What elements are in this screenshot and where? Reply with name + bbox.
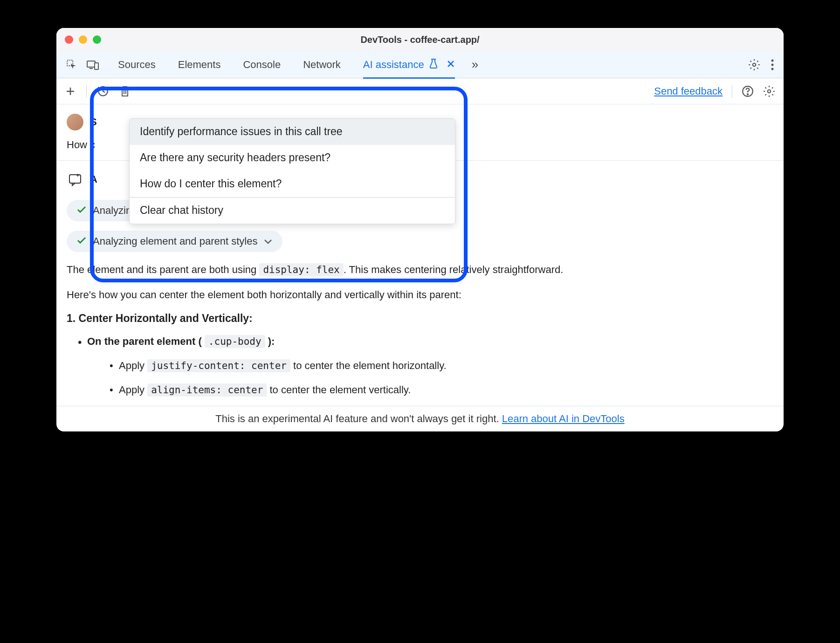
response-heading: 1. Center Horizontally and Vertically: xyxy=(67,312,773,325)
svg-point-13 xyxy=(747,94,748,95)
check-icon xyxy=(77,205,86,217)
response-paragraph: Here's how you can center the element bo… xyxy=(67,287,773,303)
tab-ai-assistance[interactable]: AI assistance xyxy=(363,51,455,78)
history-icon[interactable] xyxy=(97,85,109,97)
response-paragraph: The element and its parent are both usin… xyxy=(67,261,773,278)
settings-gear-icon[interactable] xyxy=(748,59,760,71)
dropdown-item[interactable]: Are there any security headers present? xyxy=(130,145,455,171)
ai-title-label: A xyxy=(90,173,97,185)
inspect-icon[interactable] xyxy=(66,59,78,71)
tab-sources[interactable]: Sources xyxy=(118,51,156,78)
history-dropdown: Identify performance issues in this call… xyxy=(129,118,455,224)
ai-sub-toolbar: Send feedback xyxy=(56,78,784,104)
footer-disclaimer: This is an experimental AI feature and w… xyxy=(56,406,784,431)
help-icon[interactable] xyxy=(742,85,754,97)
list-item: On the parent element ( .cup-body ): App… xyxy=(78,333,773,399)
main-toolbar: Sources Elements Console Network AI assi… xyxy=(56,51,784,78)
traffic-lights xyxy=(56,35,101,44)
list-item: Apply align-items: center to center the … xyxy=(110,382,773,398)
tab-list: Sources Elements Console Network AI assi… xyxy=(118,51,748,78)
svg-rect-15 xyxy=(69,175,81,183)
tab-console[interactable]: Console xyxy=(243,51,281,78)
code-snippet: .cup-body xyxy=(205,335,265,348)
close-window-button[interactable] xyxy=(65,35,73,44)
dropdown-item[interactable]: How do I center this element? xyxy=(130,171,455,197)
response-list: On the parent element ( .cup-body ): App… xyxy=(67,333,773,399)
analysis-label: Analyzing element and parent styles xyxy=(93,235,257,247)
kebab-menu-icon[interactable] xyxy=(771,59,774,71)
divider xyxy=(732,85,732,98)
svg-point-6 xyxy=(753,63,756,66)
avatar xyxy=(67,114,83,130)
code-snippet: justify-content: center xyxy=(147,359,290,372)
maximize-window-button[interactable] xyxy=(93,35,101,44)
more-tabs-icon[interactable]: » xyxy=(472,57,478,72)
dropdown-item[interactable]: Identify performance issues in this call… xyxy=(130,119,455,145)
window-title: DevTools - coffee-cart.app/ xyxy=(360,34,479,45)
svg-point-14 xyxy=(768,89,771,93)
divider xyxy=(86,85,87,98)
ai-chat-icon xyxy=(67,171,83,188)
chevron-down-icon xyxy=(264,235,272,247)
window-titlebar: DevTools - coffee-cart.app/ xyxy=(56,28,784,51)
code-snippet: align-items: center xyxy=(147,383,267,397)
list-item: Apply justify-content: center to center … xyxy=(110,357,773,374)
close-tab-icon[interactable] xyxy=(447,59,455,71)
tab-elements[interactable]: Elements xyxy=(178,51,221,78)
footer-learn-more-link[interactable]: Learn about AI in DevTools xyxy=(502,413,625,424)
svg-point-8 xyxy=(771,63,774,66)
svg-rect-1 xyxy=(87,61,95,67)
panel-settings-icon[interactable] xyxy=(763,85,775,97)
delete-icon[interactable] xyxy=(119,85,131,97)
nested-list: Apply justify-content: center to center … xyxy=(87,357,773,399)
svg-point-9 xyxy=(771,68,774,70)
check-icon xyxy=(77,235,86,247)
tab-label: AI assistance xyxy=(363,59,424,71)
new-chat-icon[interactable] xyxy=(65,86,76,97)
dropdown-clear-history[interactable]: Clear chat history xyxy=(130,198,455,224)
tab-network[interactable]: Network xyxy=(303,51,341,78)
svg-point-7 xyxy=(771,59,774,62)
minimize-window-button[interactable] xyxy=(79,35,87,44)
flask-icon xyxy=(429,58,438,71)
send-feedback-link[interactable]: Send feedback xyxy=(654,85,723,97)
device-toolbar-icon[interactable] xyxy=(86,59,99,70)
code-snippet: display: flex xyxy=(259,263,343,276)
analysis-step-pill[interactable]: Analyzing element and parent styles xyxy=(67,231,282,252)
svg-rect-3 xyxy=(95,63,98,69)
user-name-label: S xyxy=(90,116,97,128)
devtools-window: DevTools - coffee-cart.app/ Sources Elem… xyxy=(56,28,784,431)
